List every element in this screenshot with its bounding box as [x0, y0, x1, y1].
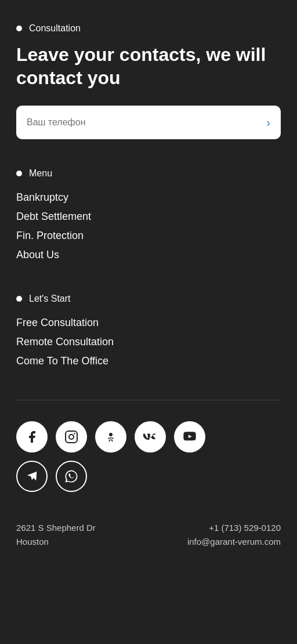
vk-svg [143, 430, 157, 444]
dot-icon [16, 296, 22, 302]
consultation-section-label: Consultation [16, 23, 281, 34]
menu-item-bankruptcy[interactable]: Bankruptcy [16, 188, 281, 207]
telegram-icon[interactable] [16, 461, 48, 492]
whatsapp-icon[interactable] [56, 461, 87, 492]
hero-title: Leave your contacts, we will contact you [16, 43, 281, 89]
vk-icon[interactable] [135, 421, 166, 453]
email-address[interactable]: info@garant-verum.com [187, 535, 281, 549]
menu-label: Menu [29, 168, 52, 179]
instagram-svg [64, 430, 78, 444]
facebook-icon[interactable] [16, 421, 48, 453]
consultation-label: Consultation [29, 23, 81, 34]
telegram-svg [26, 470, 38, 483]
menu-section: Menu Bankruptcy Debt Settlement Fin. Pro… [16, 168, 281, 265]
menu-item-fin-protection[interactable]: Fin. Protection [16, 226, 281, 245]
youtube-svg [183, 430, 197, 444]
menu-item-debt-settlement[interactable]: Debt Settlement [16, 207, 281, 226]
footer-info: 2621 S Shepherd Dr Houston +1 (713) 529-… [16, 521, 281, 549]
odnoklassniki-svg [104, 430, 118, 444]
youtube-icon[interactable] [174, 421, 205, 453]
lets-start-label: Let's Start [29, 294, 71, 304]
start-item-remote-consultation[interactable]: Remote Consultation [16, 332, 281, 352]
lets-start-section: Let's Start Free Consultation Remote Con… [16, 294, 281, 371]
whatsapp-svg [65, 470, 78, 483]
submit-arrow-icon[interactable]: › [266, 116, 270, 129]
svg-point-2 [74, 433, 75, 434]
lets-start-section-label: Let's Start [16, 294, 281, 304]
address-line1: 2621 S Shepherd Dr [16, 521, 96, 535]
menu-item-about-us[interactable]: About Us [16, 245, 281, 265]
menu-section-label: Menu [16, 168, 281, 179]
start-item-free-consultation[interactable]: Free Consultation [16, 313, 281, 332]
dot-icon [16, 26, 22, 31]
footer-address: 2621 S Shepherd Dr Houston [16, 521, 96, 549]
start-list: Free Consultation Remote Consultation Co… [16, 313, 281, 371]
phone-input[interactable] [27, 117, 266, 128]
divider [16, 400, 281, 400]
social-icons-row [16, 421, 281, 453]
facebook-svg [25, 430, 39, 444]
dot-icon [16, 171, 22, 176]
phone-input-wrapper[interactable]: › [16, 106, 281, 139]
footer-contact: +1 (713) 529-0120 info@garant-verum.com [187, 521, 281, 549]
start-item-come-to-office[interactable]: Come To The Office [16, 352, 281, 371]
address-line2: Houston [16, 535, 96, 549]
menu-list: Bankruptcy Debt Settlement Fin. Protecti… [16, 188, 281, 265]
svg-point-1 [69, 435, 74, 439]
svg-point-3 [109, 433, 113, 436]
odnoklassniki-icon[interactable] [95, 421, 126, 453]
social-icons-row2 [16, 461, 281, 492]
phone-number[interactable]: +1 (713) 529-0120 [187, 521, 281, 535]
svg-rect-0 [66, 431, 77, 443]
instagram-icon[interactable] [56, 421, 87, 453]
